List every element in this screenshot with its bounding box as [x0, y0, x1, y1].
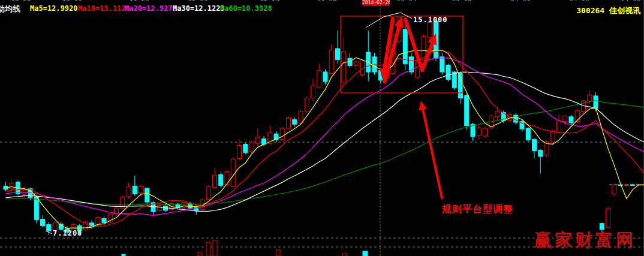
annotations-layer	[46, 13, 644, 234]
low-price-label: 7.1200	[53, 229, 82, 237]
axis-date-tick: 12-09	[188, 0, 207, 3]
axis-date-tick: 03-18	[452, 0, 471, 3]
axis-date-tick: 04-16	[569, 0, 589, 3]
ma-line-ma30	[6, 72, 644, 211]
ma-legend-item-ma10: Ma10=13.1120	[78, 4, 130, 13]
volume-slivers	[122, 240, 368, 256]
high-price-label: 15.1000	[413, 16, 448, 24]
watermark-text: 赢家财富网	[534, 228, 636, 252]
axis-date-tick: 12-23	[260, 0, 279, 3]
chart-canvas[interactable]	[0, 0, 644, 256]
axis-date-tick: 03-04	[396, 0, 416, 3]
axis-date-tick: 11-11	[62, 0, 82, 3]
axis-date-tick: 04-30	[621, 0, 640, 3]
axis-date-tick: 01-08	[317, 0, 336, 3]
ma-legend-item-ma20: Ma20=12.9275	[125, 4, 177, 13]
ma-legend-item-ma5: Ma5=12.9920	[30, 4, 77, 13]
crosshair-date-badge: 2014-02-26	[362, 0, 390, 5]
axis-date-tick: 10-28	[11, 0, 31, 3]
candles-layer	[4, 16, 644, 236]
chart-window: 动均线 Ma5=12.9920Ma10=13.1120Ma20=12.9275M…	[0, 0, 644, 256]
axis-date-tick: 11-25	[129, 0, 149, 3]
trend-comment-label: 规则平台型调整	[442, 203, 513, 216]
ma-legend-item-ma30: Ma30=12.1223	[173, 4, 225, 13]
ma-period-label: 动均线	[0, 4, 20, 14]
stock-label: 300264 佳创视讯	[576, 5, 640, 16]
ma-legend-item-ma60: Ma60=10.3928	[220, 4, 272, 13]
axis-date-tick: 04-01	[510, 0, 530, 3]
